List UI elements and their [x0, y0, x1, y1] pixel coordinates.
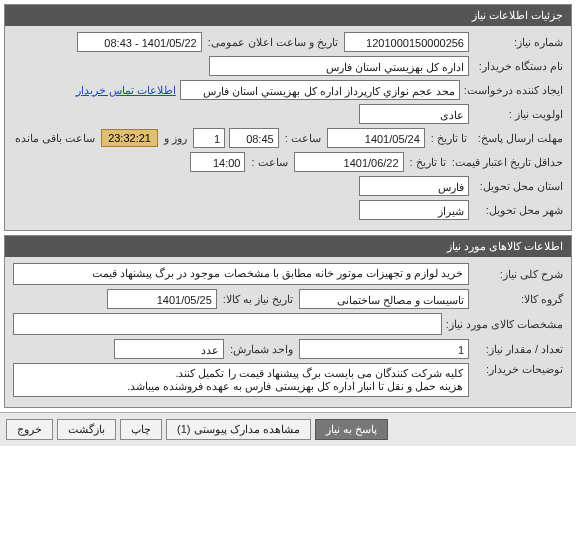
- buyer-org-field: اداره كل بهزيستي استان فارس: [209, 56, 469, 76]
- min-valid-label: حداقل تاریخ اعتبار قیمت:: [452, 156, 563, 169]
- remaining-time-badge: 23:32:21: [101, 129, 158, 147]
- general-info-panel: جزئیات اطلاعات نیاز شماره نیاز: 12010001…: [4, 4, 572, 231]
- notes-label: توضیحات خریدار:: [473, 363, 563, 376]
- priority-field: عادی: [359, 104, 469, 124]
- unit-field: عدد: [114, 339, 224, 359]
- buyer-org-label: نام دستگاه خریدار:: [473, 60, 563, 73]
- goods-info-body: شرح کلی نیاز: خرید لوازم و تجهیزات موتور…: [5, 257, 571, 407]
- goods-info-panel: اطلاعات کالاهای مورد نیاز شرح کلی نیاز: …: [4, 235, 572, 408]
- min-valid-date-field: 1401/06/22: [294, 152, 404, 172]
- until-time-field: 08:45: [229, 128, 279, 148]
- public-datetime-label: تاریخ و ساعت اعلان عمومی:: [206, 36, 340, 49]
- deadline-send-label: مهلت ارسال پاسخ:: [473, 132, 563, 145]
- qty-field: 1: [299, 339, 469, 359]
- footer-bar: خروج بازگشت چاپ مشاهده مدارک پیوستی (1) …: [0, 412, 576, 446]
- min-valid-date-label: تا تاریخ :: [408, 156, 448, 169]
- need-date-field: 1401/05/25: [107, 289, 217, 309]
- respond-button[interactable]: پاسخ به نیاز: [315, 419, 388, 440]
- group-label: گروه کالا:: [473, 293, 563, 306]
- until-date-field: 1401/05/24: [327, 128, 425, 148]
- public-datetime-field: 1401/05/22 - 08:43: [77, 32, 202, 52]
- req-number-label: شماره نیاز:: [473, 36, 563, 49]
- remaining-label: ساعت باقی مانده: [13, 132, 97, 145]
- spec-field: [13, 313, 442, 335]
- city-field: شيراز: [359, 200, 469, 220]
- general-info-header: جزئیات اطلاعات نیاز: [5, 5, 571, 26]
- group-field: تاسیسات و مصالح ساختمانی: [299, 289, 469, 309]
- qty-label: تعداد / مقدار نیاز:: [473, 343, 563, 356]
- creator-label: ایجاد کننده درخواست:: [464, 84, 563, 97]
- general-info-body: شماره نیاز: 1201000150000256 تاریخ و ساع…: [5, 26, 571, 230]
- desc-label: شرح کلی نیاز:: [473, 268, 563, 281]
- days-and-label: روز و: [162, 132, 189, 145]
- desc-field: خرید لوازم و تجهیزات موتور خانه مطابق با…: [13, 263, 469, 285]
- min-valid-time-field: 14:00: [190, 152, 245, 172]
- exit-button[interactable]: خروج: [6, 419, 53, 440]
- until-time-label: ساعت :: [283, 132, 323, 145]
- contact-buyer-link[interactable]: اطلاعات تماس خریدار: [76, 84, 176, 97]
- min-valid-time-label: ساعت :: [249, 156, 289, 169]
- spec-label: مشخصات کالای مورد نیاز:: [446, 318, 563, 331]
- days-count-field: 1: [193, 128, 225, 148]
- province-label: استان محل تحویل:: [473, 180, 563, 193]
- need-date-label: تاریخ نیاز به کالا:: [221, 293, 295, 306]
- priority-label: اولویت نیاز :: [473, 108, 563, 121]
- until-date-label: تا تاریخ :: [429, 132, 469, 145]
- req-number-field: 1201000150000256: [344, 32, 469, 52]
- print-button[interactable]: چاپ: [120, 419, 162, 440]
- goods-info-header: اطلاعات کالاهای مورد نیاز: [5, 236, 571, 257]
- notes-field: کلیه شرکت کنندگان می بایست برگ پیشنهاد ق…: [13, 363, 469, 397]
- unit-label: واحد شمارش:: [228, 343, 295, 356]
- attachments-button[interactable]: مشاهده مدارک پیوستی (1): [166, 419, 311, 440]
- city-label: شهر محل تحویل:: [473, 204, 563, 217]
- creator-field: محد عجم نوازي کارپرداز اداره كل بهزيستي …: [180, 80, 460, 100]
- back-button[interactable]: بازگشت: [57, 419, 116, 440]
- province-field: فارس: [359, 176, 469, 196]
